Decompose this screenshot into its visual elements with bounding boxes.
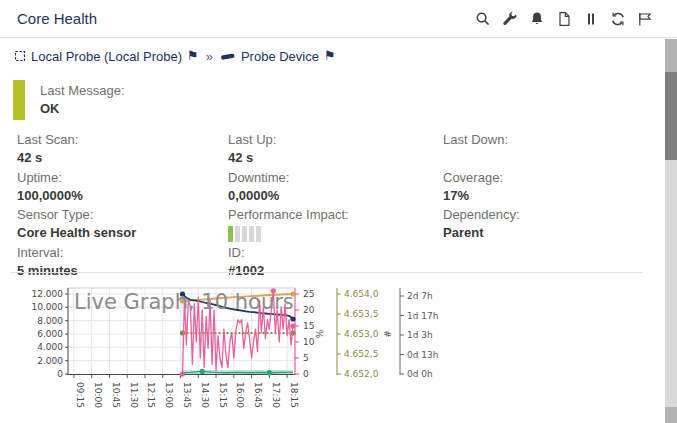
svg-text:4.654,0: 4.654,0 [344,289,379,299]
header: Core Health [0,0,677,38]
svg-text:2.000: 2.000 [37,356,63,366]
svg-text:5: 5 [303,353,309,363]
svg-text:17:30: 17:30 [271,382,281,408]
svg-text:4.652,0: 4.652,0 [344,369,379,379]
section-divider [10,272,642,273]
svg-text:16:45: 16:45 [253,382,263,408]
svg-text:18:15: 18:15 [289,382,299,408]
svg-text:4.652,5: 4.652,5 [344,349,378,359]
info-uptime: Uptime: 100,0000% [17,169,228,207]
info-grid: Last Scan: 42 s Last Up: 42 s Last Down:… [17,131,665,281]
svg-text:2d 7h: 2d 7h [407,291,433,301]
svg-text:#: # [383,330,393,338]
bell-icon[interactable] [528,11,545,28]
svg-text:%: % [315,329,325,338]
svg-text:Live Graph, 10 hours: Live Graph, 10 hours [74,290,294,314]
svg-text:8.000: 8.000 [37,316,63,326]
svg-text:09:15: 09:15 [75,382,85,408]
wrench-icon[interactable] [501,11,518,28]
device-flag-icon[interactable]: ⚑ [324,49,336,63]
device-icon [220,52,236,61]
svg-text:25: 25 [303,289,314,299]
svg-text:1d 3h: 1d 3h [407,330,433,340]
info-performance-impact: Performance Impact: [228,206,443,244]
pause-icon[interactable] [582,11,599,28]
status-badge: OK [40,100,125,117]
svg-text:4.653,5: 4.653,5 [344,309,378,319]
scrollbar-upper-segment[interactable] [665,39,677,72]
svg-text:13:00: 13:00 [164,382,174,408]
svg-text:13:45: 13:45 [182,382,192,408]
search-icon[interactable] [474,11,491,28]
svg-text:11:30: 11:30 [129,382,139,408]
svg-text:0: 0 [303,369,309,379]
header-toolbar [474,0,653,38]
document-icon[interactable] [555,11,572,28]
svg-text:12.000: 12.000 [32,289,64,299]
refresh-icon[interactable] [609,11,626,28]
info-coverage: Coverage: 17% [443,169,665,207]
svg-text:4.000: 4.000 [37,342,63,352]
svg-text:10: 10 [303,337,315,347]
info-sensor-type: Sensor Type: Core Health sensor [17,206,228,244]
sensor-overview-page: Core Health [0,0,677,423]
last-message-block: Last Message: OK [13,80,125,120]
svg-text:15:15: 15:15 [218,382,228,408]
info-last-up: Last Up: 42 s [228,131,443,169]
page-title: Core Health [17,0,97,38]
info-dependency: Dependency: Parent [443,206,665,244]
breadcrumb: Local Probe (Local Probe) ⚑ » Probe Devi… [14,46,336,66]
last-message-label: Last Message: [40,82,125,99]
scrollbar-thumb[interactable] [665,72,677,160]
info-last-scan: Last Scan: 42 s [17,131,228,169]
probe-icon [14,50,26,62]
breadcrumb-separator: » [204,49,215,64]
svg-text:16:00: 16:00 [235,382,245,408]
svg-text:1d 17h: 1d 17h [407,311,438,321]
flag-icon[interactable] [636,11,653,28]
info-downtime: Downtime: 0,0000% [228,169,443,207]
svg-text:4.653,0: 4.653,0 [344,329,379,339]
svg-text:20: 20 [303,305,315,315]
svg-text:14:30: 14:30 [200,382,210,408]
svg-text:0: 0 [57,369,63,379]
performance-impact-meter [228,226,443,242]
svg-text:10:00: 10:00 [93,382,103,408]
probe-flag-icon[interactable]: ⚑ [187,49,199,63]
live-graph: 09:1510:0010:4511:3012:1513:0013:4514:30… [10,276,465,423]
svg-text:15: 15 [303,321,314,331]
svg-text:10:45: 10:45 [111,382,121,408]
scrollbar[interactable] [665,39,677,423]
svg-text:6.000: 6.000 [37,329,63,339]
info-last-down: Last Down: [443,131,665,169]
scrollbar-lower-segment[interactable] [665,407,677,423]
breadcrumb-device-link[interactable]: Probe Device [241,49,319,64]
svg-text:0d 0h: 0d 0h [407,369,433,379]
svg-text:0d 13h: 0d 13h [407,350,438,360]
svg-text:12:15: 12:15 [146,382,156,408]
breadcrumb-probe-link[interactable]: Local Probe (Local Probe) [31,49,182,64]
svg-text:10.000: 10.000 [32,302,64,312]
status-color-bar [13,80,25,120]
